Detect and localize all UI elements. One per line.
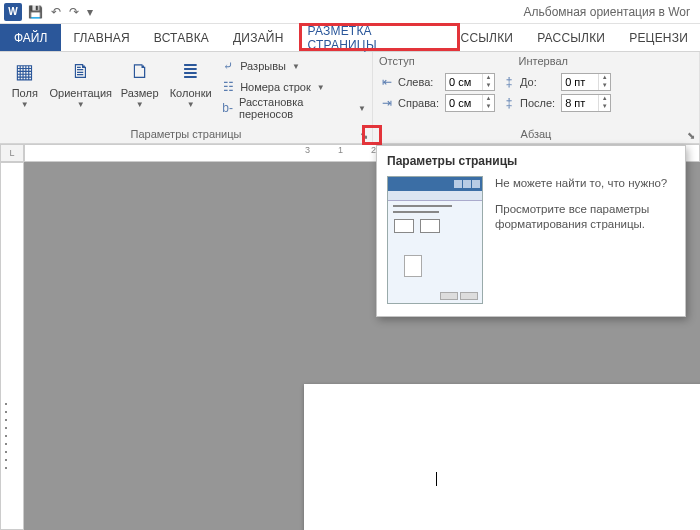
hyphenation-button[interactable]: b- Расстановка переносов ▼ [220, 99, 366, 117]
spacing-after-icon: ‡ [501, 95, 517, 111]
size-button[interactable]: 🗋 Размер ▼ [118, 55, 161, 109]
indent-right-label: ⇥Справа: [379, 95, 439, 111]
group-label-paragraph: Абзац [379, 126, 693, 143]
margins-icon: ▦ [11, 57, 39, 85]
tooltip-thumbnail [387, 176, 483, 304]
line-numbers-button[interactable]: ☷ Номера строк ▼ [220, 78, 366, 96]
tooltip-question: Не можете найти то, что нужно? [495, 176, 675, 192]
chevron-down-icon: ▼ [317, 83, 325, 92]
line-numbers-label: Номера строк [240, 81, 311, 93]
window-title: Альбомная ориентация в Wor [93, 5, 696, 19]
redo-icon[interactable]: ↷ [69, 5, 79, 19]
columns-button[interactable]: ≣ Колонки ▼ [167, 55, 214, 109]
spacing-title: Интервал [519, 55, 568, 69]
size-label: Размер [121, 87, 159, 99]
chevron-down-icon: ▼ [136, 100, 144, 109]
columns-label: Колонки [170, 87, 212, 99]
document-page[interactable] [304, 384, 700, 530]
tab-references[interactable]: ССЫЛКИ [449, 24, 526, 51]
chevron-down-icon: ▼ [187, 100, 195, 109]
hyphenation-label: Расстановка переносов [239, 96, 352, 120]
breaks-label: Разрывы [240, 60, 286, 72]
ruler-mark: 1 [338, 145, 343, 155]
chevron-down-icon: ▼ [292, 62, 300, 71]
indent-right-input[interactable]: ▲▼ [445, 94, 495, 112]
chevron-down-icon: ▼ [21, 100, 29, 109]
page-setup-stack: ⤶ Разрывы ▼ ☷ Номера строк ▼ b- Расстано… [220, 55, 366, 117]
tab-review[interactable]: РЕЦЕНЗИ [617, 24, 700, 51]
hyphenation-icon: b- [220, 100, 235, 116]
spacing-after-label: ‡После: [501, 95, 555, 111]
ruler-corner: L [0, 144, 24, 162]
indent-left-icon: ⇤ [379, 74, 395, 90]
breaks-icon: ⤶ [220, 58, 236, 74]
app-icon: W [4, 3, 22, 21]
margins-button[interactable]: ▦ Поля ▼ [6, 55, 44, 109]
orientation-button[interactable]: 🗎 Ориентация ▼ [50, 55, 112, 109]
title-bar: W 💾 ↶ ↷ ▾ Альбомная ориентация в Wor [0, 0, 700, 24]
spacing-before-label: ‡До: [501, 74, 555, 90]
ruler-mark: 3 [305, 145, 310, 155]
columns-icon: ≣ [177, 57, 205, 85]
size-icon: 🗋 [126, 57, 154, 85]
highlight-box-tab [299, 23, 460, 51]
chevron-down-icon: ▼ [77, 100, 85, 109]
tab-insert[interactable]: ВСТАВКА [142, 24, 221, 51]
highlight-box-launcher [362, 125, 382, 145]
undo-icon[interactable]: ↶ [51, 5, 61, 19]
text-cursor [436, 472, 437, 486]
orientation-icon: 🗎 [67, 57, 95, 85]
indent-right-icon: ⇥ [379, 95, 395, 111]
group-label-page-setup: Параметры страницы [6, 126, 366, 143]
ribbon: ▦ Поля ▼ 🗎 Ориентация ▼ 🗋 Размер ▼ ≣ Кол… [0, 52, 700, 144]
tooltip-page-setup: Параметры страницы Не можете найти то, ч… [376, 145, 686, 317]
tooltip-description: Просмотрите все параметры форматирования… [495, 202, 675, 233]
paragraph-launcher[interactable]: ⬊ [685, 129, 697, 141]
tab-home[interactable]: ГЛАВНАЯ [61, 24, 141, 51]
indent-left-label: ⇤Слева: [379, 74, 439, 90]
margins-label: Поля [12, 87, 38, 99]
tab-file[interactable]: ФАЙЛ [0, 24, 61, 51]
group-paragraph: Отступ Интервал ⇤Слева: ▲▼ ‡До: ▲▼ ⇥Спра… [373, 52, 700, 143]
line-numbers-icon: ☷ [220, 79, 236, 95]
vertical-ruler[interactable] [0, 162, 24, 530]
tab-mailings[interactable]: РАССЫЛКИ [525, 24, 617, 51]
indent-title: Отступ [379, 55, 415, 69]
spacing-before-input[interactable]: ▲▼ [561, 73, 611, 91]
group-page-setup: ▦ Поля ▼ 🗎 Ориентация ▼ 🗋 Размер ▼ ≣ Кол… [0, 52, 373, 143]
spacing-after-input[interactable]: ▲▼ [561, 94, 611, 112]
orientation-label: Ориентация [50, 87, 112, 99]
quick-access-toolbar: 💾 ↶ ↷ ▾ [28, 5, 93, 19]
tooltip-text: Не можете найти то, что нужно? Просмотри… [495, 176, 675, 304]
chevron-down-icon: ▼ [358, 104, 366, 113]
save-icon[interactable]: 💾 [28, 5, 43, 19]
tooltip-title: Параметры страницы [387, 154, 675, 168]
breaks-button[interactable]: ⤶ Разрывы ▼ [220, 57, 366, 75]
tab-design[interactable]: ДИЗАЙН [221, 24, 296, 51]
spacing-before-icon: ‡ [501, 74, 517, 90]
indent-left-input[interactable]: ▲▼ [445, 73, 495, 91]
